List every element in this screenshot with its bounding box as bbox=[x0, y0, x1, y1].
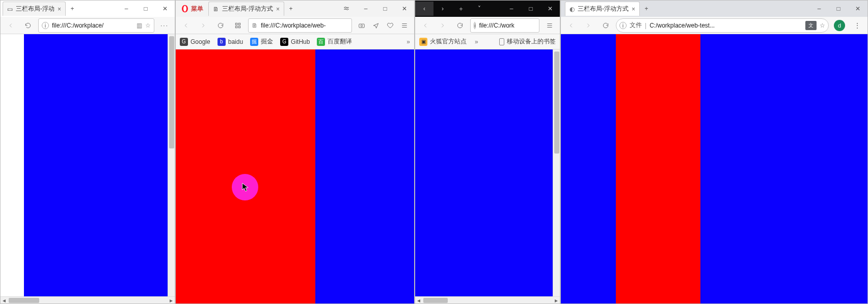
close-tab-icon[interactable]: × bbox=[632, 6, 635, 13]
bookmark-label: baidu bbox=[228, 38, 243, 45]
bookmark-folder[interactable]: ▣ 火狐官方站点 bbox=[419, 37, 467, 46]
maximize-button[interactable]: □ bbox=[375, 2, 395, 16]
snapshot-icon[interactable] bbox=[355, 18, 368, 33]
heart-icon[interactable] bbox=[384, 18, 397, 33]
globe-icon: ◐ bbox=[569, 6, 575, 13]
chrome-new-tab[interactable]: + bbox=[640, 3, 653, 15]
bookmark-favicon: G bbox=[180, 38, 188, 46]
minimize-button[interactable]: – bbox=[117, 2, 136, 16]
page-icon: 🗎 bbox=[252, 22, 258, 29]
close-window-button[interactable]: ✕ bbox=[155, 2, 175, 16]
send-icon[interactable] bbox=[369, 18, 383, 33]
chrome-address-bar[interactable]: i 文件 | 文 ☆ bbox=[616, 18, 829, 33]
close-window-button[interactable]: ✕ bbox=[395, 2, 414, 16]
ff-new-tab[interactable]: ＋ bbox=[452, 2, 470, 16]
speed-dial-button[interactable] bbox=[231, 18, 245, 33]
maximize-button[interactable]: □ bbox=[136, 2, 155, 16]
close-window-button[interactable]: ✕ bbox=[540, 2, 560, 16]
red-column bbox=[616, 34, 700, 303]
chrome-tab[interactable]: ◐ 三栏布局-浮动方式 × bbox=[565, 2, 640, 16]
bookmark-mobile[interactable]: 移动设备上的书签 bbox=[499, 37, 556, 46]
opera-address-bar[interactable]: 🗎 bbox=[248, 18, 352, 33]
forward-button[interactable] bbox=[581, 18, 595, 33]
site-info-icon[interactable]: i bbox=[619, 22, 627, 29]
back-button[interactable] bbox=[564, 18, 578, 33]
opera-tab[interactable]: 🗎 三栏布局-浮动方式 × bbox=[208, 2, 284, 16]
firefox-toolbar: i » bbox=[415, 17, 560, 34]
bookmark-item[interactable]: GGoogle bbox=[180, 37, 210, 46]
forward-button[interactable] bbox=[196, 18, 210, 33]
firefox-url-input[interactable] bbox=[479, 22, 539, 29]
bookmark-item[interactable]: GGitHub bbox=[280, 37, 310, 46]
tabs-dropdown-icon[interactable]: ˅ bbox=[470, 2, 489, 16]
refresh-button[interactable] bbox=[453, 18, 467, 33]
bookmark-label: 百度翻译 bbox=[328, 37, 352, 46]
close-tab-icon[interactable]: × bbox=[276, 6, 280, 13]
back-button[interactable] bbox=[179, 18, 193, 33]
more-button[interactable]: ··· bbox=[157, 18, 172, 33]
bookmark-favicon: 百 bbox=[317, 38, 325, 46]
blue-column bbox=[415, 49, 553, 296]
back-button[interactable] bbox=[4, 18, 18, 33]
close-tab-icon[interactable]: × bbox=[58, 6, 61, 13]
back-button[interactable] bbox=[418, 18, 432, 33]
opera-menu-button[interactable]: 菜单 bbox=[176, 2, 208, 16]
bookmark-item[interactable]: 掘掘金 bbox=[250, 37, 273, 46]
bookmarks-overflow-icon[interactable]: » bbox=[406, 38, 410, 45]
bookmark-favicon: 掘 bbox=[250, 38, 258, 46]
minimize-button[interactable]: – bbox=[502, 2, 521, 16]
menu-button[interactable] bbox=[542, 18, 557, 33]
edge-address-bar[interactable]: i ▥ ☆ bbox=[38, 18, 154, 33]
opera-url-input[interactable] bbox=[261, 22, 348, 29]
close-window-button[interactable]: ✕ bbox=[848, 2, 867, 16]
vertical-scrollbar[interactable] bbox=[168, 34, 175, 296]
edge-new-tab[interactable]: + bbox=[66, 3, 79, 15]
maximize-button[interactable]: □ bbox=[521, 2, 540, 16]
minimize-button[interactable]: – bbox=[809, 2, 829, 16]
bookmark-label: 火狐官方站点 bbox=[430, 37, 467, 46]
edge-window: ▭ 三栏布局-浮动 × + – □ ✕ i ▥ ☆ bbox=[0, 0, 175, 304]
horizontal-scrollbar[interactable]: ◂ ▸ bbox=[1, 296, 175, 303]
refresh-button[interactable] bbox=[21, 18, 35, 33]
sidebar-toggle-icon[interactable] bbox=[398, 18, 411, 33]
folder-icon: ▣ bbox=[419, 38, 427, 46]
firefox-window: ‹ › ＋ ˅ – □ ✕ i » ▣ 火狐官方站点 bbox=[415, 0, 560, 304]
favorite-icon[interactable]: ☆ bbox=[145, 22, 151, 29]
history-fwd-tab[interactable]: › bbox=[433, 2, 452, 16]
chrome-url-input[interactable] bbox=[649, 22, 802, 29]
firefox-address-bar[interactable]: i » bbox=[470, 18, 539, 33]
translate-icon[interactable]: 文 bbox=[805, 21, 817, 30]
firefox-bookmarks-bar: ▣ 火狐官方站点 » 移动设备上的书签 bbox=[415, 34, 560, 49]
menu-button[interactable]: ⋮ bbox=[850, 18, 864, 33]
opera-new-tab[interactable]: + bbox=[284, 3, 297, 15]
blue-column bbox=[24, 34, 168, 296]
blue-column bbox=[315, 49, 414, 303]
edge-url-input[interactable] bbox=[52, 22, 133, 29]
refresh-button[interactable] bbox=[599, 18, 613, 33]
opera-bookmarks-bar: GGooglebbaidu掘掘金GGitHub百百度翻译 » bbox=[176, 34, 414, 49]
forward-button[interactable] bbox=[436, 18, 450, 33]
svg-rect-6 bbox=[235, 26, 237, 28]
history-back-tab[interactable]: ‹ bbox=[415, 2, 433, 16]
reading-view-icon[interactable]: ▥ bbox=[137, 22, 142, 29]
chrome-tab-title: 三栏布局-浮动方式 bbox=[578, 5, 629, 13]
easy-setup-button[interactable] bbox=[337, 2, 356, 16]
bookmark-item[interactable]: bbaidu bbox=[218, 37, 243, 46]
site-info-icon[interactable]: i bbox=[474, 22, 476, 29]
vertical-scrollbar[interactable] bbox=[553, 49, 560, 296]
edge-tab[interactable]: ▭ 三栏布局-浮动 × bbox=[3, 2, 66, 16]
profile-avatar[interactable]: d bbox=[834, 20, 845, 31]
svg-rect-5 bbox=[238, 23, 240, 25]
bookmark-favicon: G bbox=[280, 38, 288, 46]
opera-window: 菜单 🗎 三栏布局-浮动方式 × + – □ ✕ 🗎 bbox=[175, 0, 415, 304]
horizontal-scrollbar[interactable]: ◂ ▸ bbox=[415, 296, 560, 303]
edge-viewport bbox=[1, 34, 175, 296]
bookmark-item[interactable]: 百百度翻译 bbox=[317, 37, 352, 46]
refresh-button[interactable] bbox=[213, 18, 228, 33]
bookmarks-overflow-icon[interactable]: » bbox=[475, 38, 478, 45]
maximize-button[interactable]: □ bbox=[829, 2, 848, 16]
minimize-button[interactable]: – bbox=[356, 2, 375, 16]
favorite-icon[interactable]: ☆ bbox=[820, 22, 825, 29]
opera-titlebar: 菜单 🗎 三栏布局-浮动方式 × + – □ ✕ bbox=[176, 1, 414, 17]
site-info-icon[interactable]: i bbox=[42, 22, 49, 29]
